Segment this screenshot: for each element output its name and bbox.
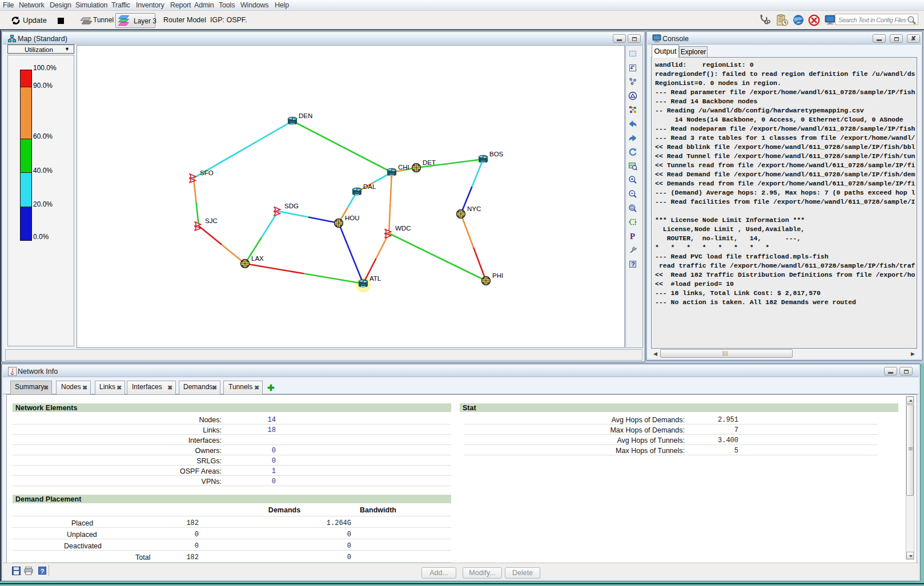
- svg-text:SFO: SFO: [200, 169, 214, 176]
- svg-text:LAX: LAX: [251, 255, 264, 262]
- svg-text:P: P: [630, 232, 635, 241]
- svg-text:NYC: NYC: [467, 205, 481, 212]
- svg-text:PHI: PHI: [492, 272, 503, 279]
- svg-text:ATL: ATL: [369, 275, 381, 282]
- svg-text:SDG: SDG: [284, 203, 299, 209]
- svg-text:DEN: DEN: [299, 112, 312, 119]
- svg-text:?: ?: [631, 261, 635, 268]
- svg-text:HOU: HOU: [345, 215, 360, 221]
- svg-text:DET: DET: [423, 159, 436, 166]
- svg-text:SJC: SJC: [205, 217, 218, 224]
- svg-text:CHI: CHI: [398, 164, 409, 171]
- svg-text:WDC: WDC: [395, 225, 411, 232]
- svg-text:DAL: DAL: [363, 183, 376, 190]
- svg-text:BOS: BOS: [489, 151, 504, 157]
